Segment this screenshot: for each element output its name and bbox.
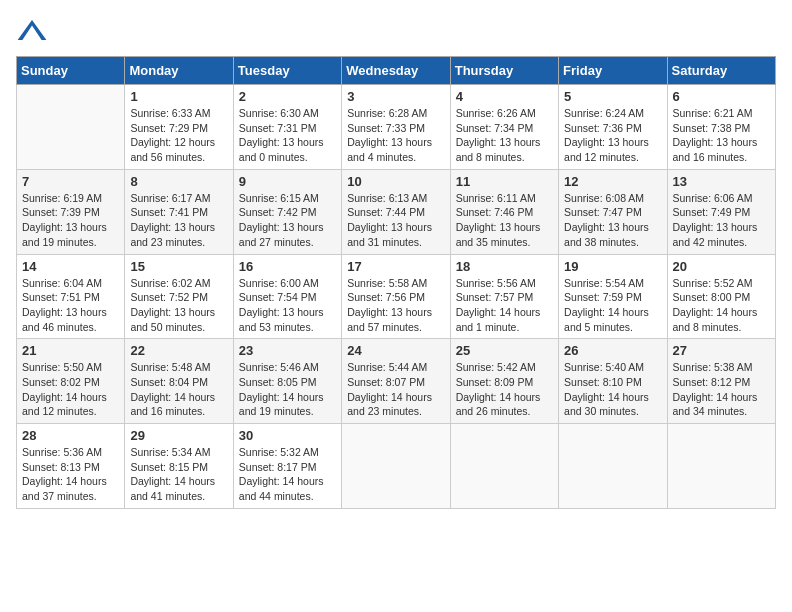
day-info: Sunrise: 6:33 AM Sunset: 7:29 PM Dayligh… [130,106,227,165]
day-info: Sunrise: 6:15 AM Sunset: 7:42 PM Dayligh… [239,191,336,250]
day-number: 22 [130,343,227,358]
calendar-cell: 6Sunrise: 6:21 AM Sunset: 7:38 PM Daylig… [667,85,775,170]
day-number: 10 [347,174,444,189]
calendar-table: SundayMondayTuesdayWednesdayThursdayFrid… [16,56,776,509]
calendar-cell: 25Sunrise: 5:42 AM Sunset: 8:09 PM Dayli… [450,339,558,424]
calendar-cell: 8Sunrise: 6:17 AM Sunset: 7:41 PM Daylig… [125,169,233,254]
calendar-cell: 19Sunrise: 5:54 AM Sunset: 7:59 PM Dayli… [559,254,667,339]
calendar-cell: 14Sunrise: 6:04 AM Sunset: 7:51 PM Dayli… [17,254,125,339]
day-number: 28 [22,428,119,443]
calendar-cell: 4Sunrise: 6:26 AM Sunset: 7:34 PM Daylig… [450,85,558,170]
calendar-cell: 17Sunrise: 5:58 AM Sunset: 7:56 PM Dayli… [342,254,450,339]
day-number: 30 [239,428,336,443]
calendar-cell: 22Sunrise: 5:48 AM Sunset: 8:04 PM Dayli… [125,339,233,424]
calendar-cell: 10Sunrise: 6:13 AM Sunset: 7:44 PM Dayli… [342,169,450,254]
header-day-thursday: Thursday [450,57,558,85]
calendar-cell [450,424,558,509]
day-number: 16 [239,259,336,274]
day-number: 5 [564,89,661,104]
day-info: Sunrise: 6:21 AM Sunset: 7:38 PM Dayligh… [673,106,770,165]
day-info: Sunrise: 6:06 AM Sunset: 7:49 PM Dayligh… [673,191,770,250]
day-number: 27 [673,343,770,358]
day-number: 20 [673,259,770,274]
calendar-cell: 18Sunrise: 5:56 AM Sunset: 7:57 PM Dayli… [450,254,558,339]
calendar-cell: 1Sunrise: 6:33 AM Sunset: 7:29 PM Daylig… [125,85,233,170]
week-row-5: 28Sunrise: 5:36 AM Sunset: 8:13 PM Dayli… [17,424,776,509]
calendar-cell: 12Sunrise: 6:08 AM Sunset: 7:47 PM Dayli… [559,169,667,254]
day-number: 23 [239,343,336,358]
day-number: 19 [564,259,661,274]
calendar-cell: 26Sunrise: 5:40 AM Sunset: 8:10 PM Dayli… [559,339,667,424]
day-number: 24 [347,343,444,358]
header-row: SundayMondayTuesdayWednesdayThursdayFrid… [17,57,776,85]
calendar-cell: 28Sunrise: 5:36 AM Sunset: 8:13 PM Dayli… [17,424,125,509]
calendar-cell: 23Sunrise: 5:46 AM Sunset: 8:05 PM Dayli… [233,339,341,424]
day-number: 3 [347,89,444,104]
page-header [16,16,776,48]
calendar-cell [17,85,125,170]
calendar-cell: 24Sunrise: 5:44 AM Sunset: 8:07 PM Dayli… [342,339,450,424]
day-number: 15 [130,259,227,274]
day-info: Sunrise: 5:32 AM Sunset: 8:17 PM Dayligh… [239,445,336,504]
day-number: 14 [22,259,119,274]
day-info: Sunrise: 5:58 AM Sunset: 7:56 PM Dayligh… [347,276,444,335]
day-info: Sunrise: 6:30 AM Sunset: 7:31 PM Dayligh… [239,106,336,165]
calendar-cell: 7Sunrise: 6:19 AM Sunset: 7:39 PM Daylig… [17,169,125,254]
day-number: 6 [673,89,770,104]
day-number: 18 [456,259,553,274]
day-info: Sunrise: 5:44 AM Sunset: 8:07 PM Dayligh… [347,360,444,419]
calendar-cell: 5Sunrise: 6:24 AM Sunset: 7:36 PM Daylig… [559,85,667,170]
header-day-saturday: Saturday [667,57,775,85]
day-info: Sunrise: 6:11 AM Sunset: 7:46 PM Dayligh… [456,191,553,250]
calendar-cell [342,424,450,509]
calendar-cell: 16Sunrise: 6:00 AM Sunset: 7:54 PM Dayli… [233,254,341,339]
day-number: 11 [456,174,553,189]
calendar-cell: 11Sunrise: 6:11 AM Sunset: 7:46 PM Dayli… [450,169,558,254]
day-info: Sunrise: 5:36 AM Sunset: 8:13 PM Dayligh… [22,445,119,504]
calendar-cell [667,424,775,509]
day-info: Sunrise: 6:02 AM Sunset: 7:52 PM Dayligh… [130,276,227,335]
logo [16,16,52,48]
day-info: Sunrise: 6:26 AM Sunset: 7:34 PM Dayligh… [456,106,553,165]
day-number: 2 [239,89,336,104]
day-info: Sunrise: 6:19 AM Sunset: 7:39 PM Dayligh… [22,191,119,250]
day-info: Sunrise: 5:56 AM Sunset: 7:57 PM Dayligh… [456,276,553,335]
week-row-1: 1Sunrise: 6:33 AM Sunset: 7:29 PM Daylig… [17,85,776,170]
calendar-cell [559,424,667,509]
day-number: 8 [130,174,227,189]
day-number: 7 [22,174,119,189]
header-day-wednesday: Wednesday [342,57,450,85]
calendar-cell: 9Sunrise: 6:15 AM Sunset: 7:42 PM Daylig… [233,169,341,254]
header-day-tuesday: Tuesday [233,57,341,85]
day-info: Sunrise: 5:34 AM Sunset: 8:15 PM Dayligh… [130,445,227,504]
day-info: Sunrise: 5:42 AM Sunset: 8:09 PM Dayligh… [456,360,553,419]
day-number: 1 [130,89,227,104]
day-info: Sunrise: 6:04 AM Sunset: 7:51 PM Dayligh… [22,276,119,335]
day-number: 13 [673,174,770,189]
week-row-2: 7Sunrise: 6:19 AM Sunset: 7:39 PM Daylig… [17,169,776,254]
day-number: 25 [456,343,553,358]
day-info: Sunrise: 5:48 AM Sunset: 8:04 PM Dayligh… [130,360,227,419]
header-day-monday: Monday [125,57,233,85]
day-info: Sunrise: 5:54 AM Sunset: 7:59 PM Dayligh… [564,276,661,335]
day-info: Sunrise: 5:50 AM Sunset: 8:02 PM Dayligh… [22,360,119,419]
day-info: Sunrise: 6:13 AM Sunset: 7:44 PM Dayligh… [347,191,444,250]
day-info: Sunrise: 5:46 AM Sunset: 8:05 PM Dayligh… [239,360,336,419]
day-number: 9 [239,174,336,189]
day-info: Sunrise: 5:38 AM Sunset: 8:12 PM Dayligh… [673,360,770,419]
day-info: Sunrise: 6:00 AM Sunset: 7:54 PM Dayligh… [239,276,336,335]
header-day-friday: Friday [559,57,667,85]
calendar-cell: 15Sunrise: 6:02 AM Sunset: 7:52 PM Dayli… [125,254,233,339]
day-number: 21 [22,343,119,358]
calendar-cell: 27Sunrise: 5:38 AM Sunset: 8:12 PM Dayli… [667,339,775,424]
day-info: Sunrise: 6:17 AM Sunset: 7:41 PM Dayligh… [130,191,227,250]
day-info: Sunrise: 6:24 AM Sunset: 7:36 PM Dayligh… [564,106,661,165]
day-number: 29 [130,428,227,443]
day-number: 26 [564,343,661,358]
calendar-cell: 20Sunrise: 5:52 AM Sunset: 8:00 PM Dayli… [667,254,775,339]
day-info: Sunrise: 6:08 AM Sunset: 7:47 PM Dayligh… [564,191,661,250]
logo-icon [16,16,48,48]
calendar-cell: 2Sunrise: 6:30 AM Sunset: 7:31 PM Daylig… [233,85,341,170]
day-number: 12 [564,174,661,189]
calendar-cell: 29Sunrise: 5:34 AM Sunset: 8:15 PM Dayli… [125,424,233,509]
